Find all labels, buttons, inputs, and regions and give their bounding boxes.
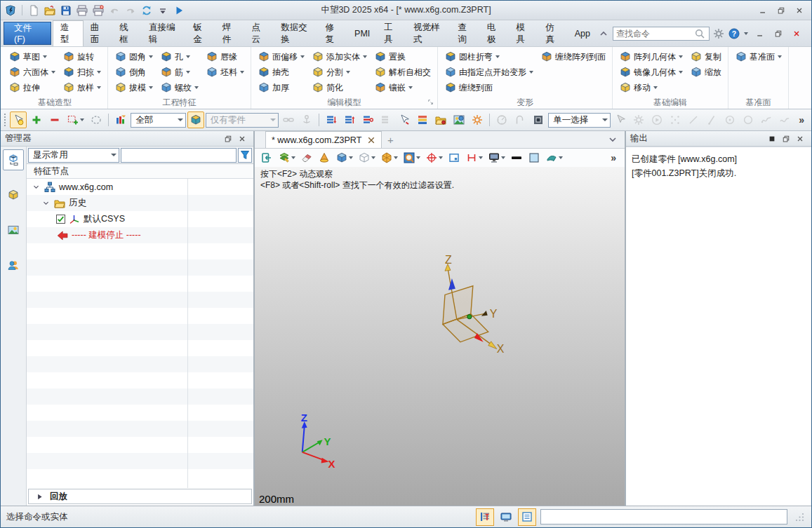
tab-mold[interactable]: 模具 bbox=[509, 20, 538, 46]
ribbon-area-restore-button[interactable] bbox=[769, 27, 787, 40]
black-bar-button[interactable] bbox=[509, 150, 524, 165]
gallery-folder-button[interactable] bbox=[432, 111, 449, 128]
image-globe-button[interactable] bbox=[451, 111, 467, 128]
line-diag-button[interactable] bbox=[685, 111, 702, 128]
ribbon-item-sketch[interactable]: 草图 bbox=[5, 49, 59, 65]
ribbon-item-scale[interactable]: 缩放 bbox=[686, 65, 725, 80]
pick-list-up-button[interactable] bbox=[341, 111, 358, 128]
regen-icon[interactable] bbox=[140, 4, 153, 17]
add-entity-button[interactable] bbox=[28, 111, 45, 128]
play-circle-button[interactable] bbox=[648, 111, 665, 128]
surface-shade-button[interactable] bbox=[544, 150, 564, 165]
blue-square-button[interactable] bbox=[526, 150, 542, 165]
ribbon-item-copy[interactable]: 复制 bbox=[686, 49, 725, 65]
ribbon-item-mirror-geometry[interactable]: 镜像几何体 bbox=[615, 65, 686, 80]
ribbon-area-minimize-button[interactable] bbox=[751, 27, 769, 40]
gear-gray-button[interactable] bbox=[630, 111, 647, 128]
circle-button[interactable] bbox=[740, 111, 757, 128]
ribbon-item-move[interactable]: 移动 bbox=[615, 80, 686, 95]
ribbon-item-wrap-to-face[interactable]: 缠绕到面 bbox=[441, 80, 537, 95]
eraser-button[interactable] bbox=[299, 150, 314, 165]
tree-item-part-root[interactable]: www.x6g.com bbox=[27, 179, 253, 195]
undo-icon[interactable] bbox=[108, 4, 121, 17]
ribbon-item-simplify[interactable]: 简化 bbox=[308, 80, 371, 95]
tab-close-icon[interactable] bbox=[367, 136, 375, 144]
new-tab-button[interactable]: + bbox=[382, 131, 399, 148]
ribbon-item-revolve[interactable]: 旋转 bbox=[59, 49, 105, 65]
ribbon-item-fillet[interactable]: 圆角 bbox=[111, 49, 157, 65]
tab-wireframe[interactable]: 线框 bbox=[112, 20, 142, 46]
view-toolbar-overflow[interactable]: » bbox=[606, 152, 620, 163]
anchor-link-button[interactable] bbox=[298, 111, 315, 128]
status-input[interactable] bbox=[540, 509, 787, 524]
zoom-window-button[interactable] bbox=[401, 150, 422, 165]
overflow-chevrons-icon[interactable]: » bbox=[794, 114, 808, 126]
redo-icon[interactable] bbox=[124, 4, 137, 17]
cursor-gray-button[interactable] bbox=[612, 111, 629, 128]
ribbon-item-add-shape[interactable]: 添加实体 bbox=[308, 49, 371, 65]
toolbar-drag-handle[interactable] bbox=[4, 113, 7, 127]
ribbon-item-thread[interactable]: 螺纹 bbox=[157, 80, 202, 95]
ribbon-item-replace[interactable]: 置换 bbox=[371, 49, 434, 65]
ribbon-item-sweep[interactable]: 扫掠 bbox=[59, 65, 105, 80]
command-search-input[interactable] bbox=[616, 29, 693, 39]
remove-entity-button[interactable] bbox=[46, 111, 63, 128]
dark-square-button[interactable] bbox=[530, 111, 547, 128]
tree-filter-input[interactable] bbox=[121, 148, 237, 163]
help-icon[interactable]: ? bbox=[728, 27, 740, 40]
titlebar-close-button[interactable] bbox=[790, 4, 808, 17]
tab-surface[interactable]: 曲面 bbox=[84, 20, 113, 46]
status-doc-button[interactable] bbox=[518, 508, 536, 526]
print-icon[interactable] bbox=[76, 4, 88, 17]
tab-shape[interactable]: 造型 bbox=[53, 20, 84, 46]
solid-cube-tab[interactable] bbox=[3, 184, 24, 205]
line-diag2-button[interactable] bbox=[703, 111, 720, 128]
exit-sketch-button[interactable] bbox=[259, 150, 274, 165]
circle-dot-button[interactable] bbox=[721, 111, 738, 128]
ribbon-item-rib[interactable]: 筋 bbox=[157, 65, 202, 80]
pick-list-gray-button[interactable] bbox=[378, 111, 394, 128]
output-close-button[interactable] bbox=[793, 133, 807, 144]
output-restore-button[interactable] bbox=[779, 133, 793, 144]
open-file-icon[interactable] bbox=[44, 4, 56, 17]
chevron-down-icon[interactable] bbox=[606, 133, 619, 146]
viewport-3d[interactable]: 按下<F2> 动态观察 <F8> 或者<Shift-roll> 查找下一个有效的… bbox=[255, 167, 625, 506]
settings-gear-icon[interactable] bbox=[712, 27, 725, 40]
spline-button[interactable] bbox=[758, 111, 775, 128]
display-monitor-button[interactable] bbox=[486, 150, 507, 165]
ribbon-item-draft[interactable]: 拔模 bbox=[111, 80, 157, 95]
ribbon-area-close-button[interactable] bbox=[787, 27, 806, 40]
display-mode-select[interactable]: 显示常用 bbox=[28, 148, 119, 163]
tab-weldment[interactable]: 焊件 bbox=[215, 20, 245, 46]
ribbon-item-cylindrical-bend[interactable]: 圆柱折弯 bbox=[441, 49, 537, 65]
shaded-cube-button[interactable] bbox=[334, 150, 354, 165]
pick-list-all-button[interactable] bbox=[359, 111, 376, 128]
wireframe-cube-button[interactable] bbox=[357, 150, 377, 165]
layer-pencil-button[interactable] bbox=[277, 150, 297, 165]
tree-expander-icon[interactable] bbox=[31, 183, 41, 191]
tree-item-history-folder[interactable]: 历史 bbox=[27, 195, 253, 211]
tab-tools[interactable]: 工具 bbox=[377, 20, 406, 46]
ribbon-item-pattern-geometry[interactable]: 阵列几何体 bbox=[615, 49, 686, 65]
chain-link-button[interactable] bbox=[280, 111, 297, 128]
ribbon-item-box[interactable]: 六面体 bbox=[5, 65, 59, 80]
pick-list-down-button[interactable] bbox=[323, 111, 340, 128]
search-icon[interactable] bbox=[693, 27, 706, 40]
status-monitor-button[interactable] bbox=[497, 508, 515, 526]
ruler-constraint-button[interactable] bbox=[464, 150, 484, 165]
snap-dots-button[interactable] bbox=[667, 111, 684, 128]
part-filter-select[interactable]: 仅有零件 bbox=[206, 113, 279, 128]
ribbon-item-wrap-pattern-to-face[interactable]: 缠绕阵列到面 bbox=[537, 49, 609, 65]
tab-sheet-metal[interactable]: 钣金 bbox=[186, 20, 215, 46]
tab-data-exchange[interactable]: 数据交换 bbox=[274, 20, 318, 46]
compass-button[interactable] bbox=[493, 111, 510, 128]
pick-last-cursor-button[interactable] bbox=[396, 111, 413, 128]
manager-restore-button[interactable] bbox=[221, 133, 235, 144]
titlebar-minimize-button[interactable] bbox=[754, 4, 772, 17]
tab-visual-style[interactable]: 视觉样式 bbox=[406, 20, 451, 46]
funnel-filter-button[interactable] bbox=[238, 148, 252, 163]
tab-app[interactable]: App bbox=[568, 20, 597, 46]
output-maximize-button[interactable] bbox=[765, 133, 779, 144]
filter-scope-select[interactable]: 全部 bbox=[131, 113, 186, 128]
status-list-button[interactable] bbox=[476, 508, 494, 526]
